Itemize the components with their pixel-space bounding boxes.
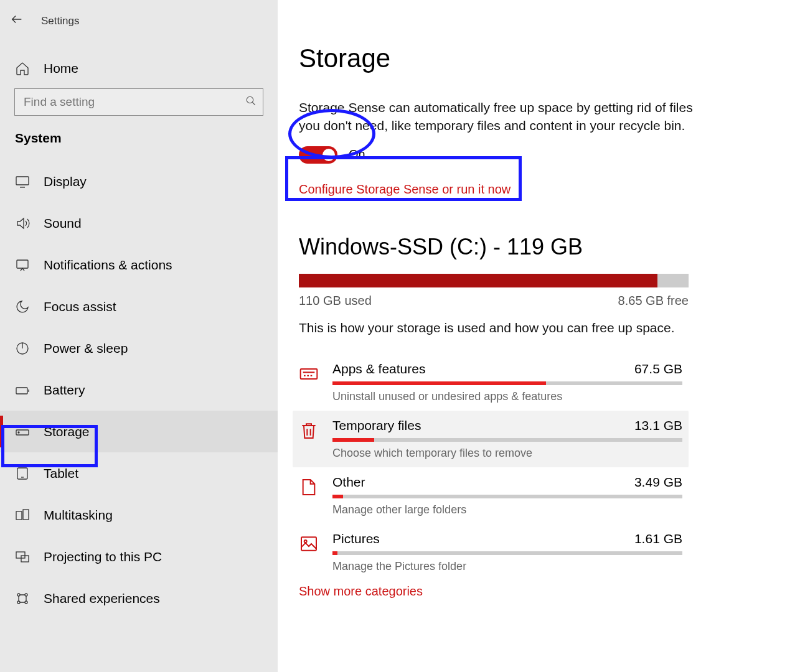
svg-point-13 bbox=[25, 594, 27, 596]
section-heading-system: System bbox=[0, 131, 278, 161]
nav-label: Power & sleep bbox=[44, 341, 128, 356]
storage-category-list: Apps & features67.5 GBUninstall unused o… bbox=[299, 354, 689, 581]
category-bar bbox=[332, 381, 682, 385]
category-subtext: Manage other large folders bbox=[332, 503, 682, 516]
storage-category-row[interactable]: Temporary files13.1 GBChoose which tempo… bbox=[293, 411, 689, 467]
category-bar bbox=[332, 438, 682, 442]
back-arrow-icon[interactable] bbox=[10, 12, 24, 30]
usage-description: This is how your storage is used and how… bbox=[299, 320, 768, 335]
svg-rect-17 bbox=[301, 537, 316, 550]
power-icon bbox=[15, 341, 30, 356]
storage-category-row[interactable]: Pictures1.61 GBManage the Pictures folde… bbox=[299, 524, 689, 581]
toggle-state-label: On bbox=[349, 147, 365, 162]
nav-label: Projecting to this PC bbox=[44, 549, 162, 564]
svg-rect-8 bbox=[16, 511, 22, 520]
nav-item-tablet[interactable]: Tablet bbox=[0, 452, 278, 494]
home-icon bbox=[15, 61, 30, 76]
nav-label: Sound bbox=[44, 216, 82, 231]
nav-item-shared-experiences[interactable]: Shared experiences bbox=[0, 577, 278, 619]
nav-label: Display bbox=[44, 174, 87, 189]
category-subtext: Uninstall unused or undesired apps & fea… bbox=[332, 390, 682, 403]
display-icon bbox=[15, 174, 30, 189]
category-size: 1.61 GB bbox=[634, 531, 682, 546]
category-subtext: Manage the Pictures folder bbox=[332, 560, 682, 573]
svg-rect-16 bbox=[301, 369, 318, 379]
show-more-categories-link[interactable]: Show more categories bbox=[299, 584, 423, 599]
category-size: 3.49 GB bbox=[634, 475, 682, 490]
storage-sense-toggle[interactable] bbox=[299, 146, 337, 164]
category-subtext: Choose which temporary files to remove bbox=[332, 447, 682, 460]
notifications-icon bbox=[15, 258, 30, 273]
category-icon bbox=[299, 421, 319, 441]
nav-home[interactable]: Home bbox=[0, 49, 278, 88]
svg-rect-10 bbox=[16, 552, 25, 558]
shared-experiences-icon bbox=[15, 591, 30, 606]
storage-icon bbox=[15, 424, 30, 439]
drive-usage-bar bbox=[299, 274, 689, 287]
svg-point-18 bbox=[304, 540, 307, 543]
nav-label: Tablet bbox=[44, 466, 78, 481]
svg-point-15 bbox=[25, 601, 27, 604]
tablet-icon bbox=[15, 466, 30, 481]
category-name: Pictures bbox=[332, 531, 380, 546]
svg-rect-1 bbox=[16, 177, 29, 185]
page-title: Storage bbox=[299, 44, 768, 73]
drive-used-label: 110 GB used bbox=[299, 294, 372, 308]
category-size: 13.1 GB bbox=[634, 418, 682, 433]
category-icon bbox=[299, 534, 319, 554]
category-name: Other bbox=[332, 475, 365, 490]
moon-icon bbox=[15, 299, 30, 314]
drive-heading: Windows-SSD (C:) - 119 GB bbox=[299, 234, 768, 260]
nav-label: Focus assist bbox=[44, 299, 116, 314]
nav-label: Notifications & actions bbox=[44, 258, 172, 273]
app-title: Settings bbox=[41, 15, 79, 27]
category-bar bbox=[332, 495, 682, 498]
svg-point-0 bbox=[247, 96, 253, 103]
nav-home-label: Home bbox=[44, 61, 78, 76]
category-name: Apps & features bbox=[332, 362, 425, 376]
nav-label: Storage bbox=[44, 424, 90, 439]
category-name: Temporary files bbox=[332, 418, 421, 433]
storage-category-row[interactable]: Apps & features67.5 GBUninstall unused o… bbox=[299, 354, 689, 411]
svg-rect-9 bbox=[23, 510, 29, 520]
nav-item-multitasking[interactable]: Multitasking bbox=[0, 494, 278, 536]
battery-icon bbox=[15, 383, 30, 398]
multitasking-icon bbox=[15, 508, 30, 523]
nav-label: Battery bbox=[44, 383, 85, 398]
nav-label: Shared experiences bbox=[44, 591, 160, 606]
svg-point-14 bbox=[17, 601, 20, 604]
projecting-icon bbox=[15, 549, 30, 564]
sidebar: Settings Home System Display Sound Notif… bbox=[0, 0, 278, 672]
svg-point-12 bbox=[17, 594, 20, 596]
storage-sense-description: Storage Sense can automatically free up … bbox=[299, 98, 697, 135]
storage-category-row[interactable]: Other3.49 GBManage other large folders bbox=[299, 467, 689, 524]
nav-item-projecting[interactable]: Projecting to this PC bbox=[0, 536, 278, 577]
nav-item-notifications[interactable]: Notifications & actions bbox=[0, 244, 278, 286]
search-input-wrap[interactable] bbox=[14, 88, 263, 116]
svg-point-6 bbox=[18, 432, 19, 433]
nav-item-power-sleep[interactable]: Power & sleep bbox=[0, 327, 278, 369]
nav-item-display[interactable]: Display bbox=[0, 161, 278, 202]
nav-item-focus-assist[interactable]: Focus assist bbox=[0, 286, 278, 327]
configure-storage-sense-link[interactable]: Configure Storage Sense or run it now bbox=[299, 182, 511, 197]
category-icon bbox=[299, 477, 319, 497]
nav-item-storage[interactable]: Storage bbox=[0, 411, 278, 452]
sound-icon bbox=[15, 216, 30, 231]
svg-rect-2 bbox=[17, 260, 28, 268]
nav-label: Multitasking bbox=[44, 508, 113, 523]
search-input[interactable] bbox=[24, 95, 245, 109]
svg-rect-4 bbox=[16, 388, 27, 394]
main-content: Storage Storage Sense can automatically … bbox=[278, 0, 805, 672]
nav-list: Display Sound Notifications & actions Fo… bbox=[0, 161, 278, 619]
nav-item-battery[interactable]: Battery bbox=[0, 369, 278, 411]
category-size: 67.5 GB bbox=[634, 362, 682, 376]
nav-item-sound[interactable]: Sound bbox=[0, 202, 278, 244]
search-icon bbox=[245, 95, 257, 109]
category-bar bbox=[332, 551, 682, 555]
drive-free-label: 8.65 GB free bbox=[618, 294, 689, 308]
category-icon bbox=[299, 364, 319, 384]
drive-usage-fill bbox=[299, 274, 657, 287]
